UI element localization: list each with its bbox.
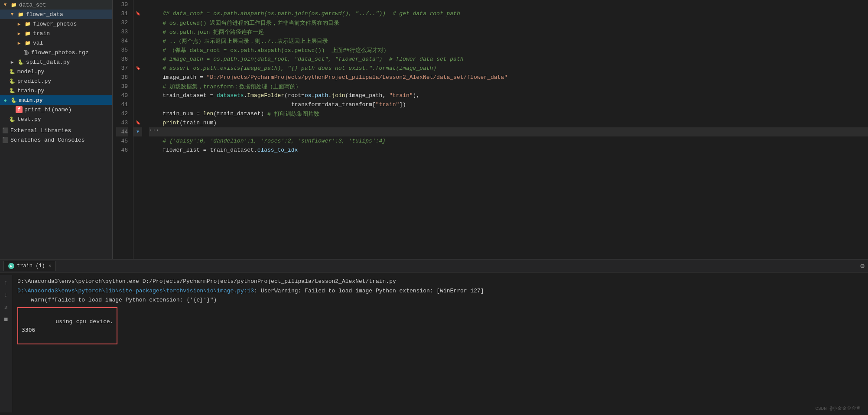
- sidebar-item-external-libs[interactable]: ⬛ External Libraries: [0, 126, 112, 135]
- console-actions: ↑ ↓ ⇄ ⏹: [0, 275, 12, 412]
- file-tree[interactable]: ▼ 📁 data_set ▼ 📁 flower_data ▶ 📁 flower_…: [0, 0, 113, 259]
- sidebar-item-split_data[interactable]: ▶ 🐍 split_data.py: [0, 57, 112, 67]
- console-line-highlighted: using cpu device.3306: [17, 307, 863, 345]
- code-editor: 30 31 32 33 34 35 36 37 38 39 40 41 42 4…: [113, 0, 868, 259]
- python-file-icon: 🐍: [9, 87, 16, 94]
- folder-icon: 📁: [24, 30, 31, 37]
- scratches-icon: ⬛: [2, 136, 9, 143]
- console-output: ↑ ↓ ⇄ ⏹ D:\Anaconda3\envs\pytorch\python…: [0, 272, 868, 415]
- console-link[interactable]: D:\Anaconda3\envs\pytorch\lib\site-packa…: [17, 287, 254, 295]
- sidebar-item-val[interactable]: ▶ 📁 val: [0, 38, 112, 48]
- active-indicator: ◆: [2, 97, 9, 104]
- code-line-34: # ..（两个点）表示返回上层目录，则../..表示返回上上层目录: [149, 36, 868, 45]
- code-line-46: flower_list = train_dataset.class_to_idx: [149, 146, 868, 155]
- code-line-42: train_num = len(train_dataset) # 打印训练集图片…: [149, 109, 868, 118]
- sidebar-item-train[interactable]: ▶ 📁 train: [0, 29, 112, 38]
- code-line-38: image_path = "D:/Projects/PycharmProject…: [149, 73, 868, 82]
- python-file-icon: 🐍: [9, 78, 16, 84]
- rerun-button[interactable]: ⇄: [2, 303, 10, 311]
- spacer: [2, 78, 7, 84]
- stop-button[interactable]: ⏹: [2, 315, 10, 324]
- sidebar-item-data_set[interactable]: ▼ 📁 data_set: [0, 0, 112, 10]
- sidebar-item-label: Scratches and Consoles: [10, 137, 85, 143]
- console-line-2: D:\Anaconda3\envs\pytorch\lib\site-packa…: [17, 286, 863, 296]
- external-libs-icon: ⬛: [2, 127, 9, 134]
- sidebar-item-label: train.py: [17, 88, 44, 94]
- run-tab[interactable]: ▶ train (1) ×: [3, 261, 56, 271]
- code-line-44: ''': [149, 127, 868, 136]
- sidebar-item-label: flower_photos: [33, 21, 77, 27]
- chevron-down-icon: ▼: [9, 11, 16, 18]
- scroll-down-button[interactable]: ↓: [2, 291, 10, 299]
- code-line-32: # os.getcwd() 返回当前进程的工作目录，并非当前文件所在的目录: [149, 18, 868, 27]
- spacer: [2, 68, 7, 75]
- sidebar-item-label: val: [33, 40, 43, 46]
- code-lines: ## data_root = os.path.abspath(os.path.j…: [142, 0, 868, 259]
- sidebar-item-test[interactable]: 🐍 test.py: [0, 114, 112, 124]
- sidebar-item-label: flower_photos.tgz: [31, 49, 89, 56]
- sidebar-item-main[interactable]: ◆ 🐍 main.py: [0, 95, 112, 105]
- code-line-30: [149, 0, 868, 9]
- code-line-40: train_dataset = datasets.ImageFolder(roo…: [149, 91, 868, 100]
- tab-label: train (1): [17, 263, 45, 269]
- code-line-43: print(train_num): [149, 118, 868, 127]
- python-file-icon: 🐍: [9, 116, 16, 123]
- sidebar-item-label: split_data.py: [26, 59, 70, 65]
- bottom-panel: ▶ train (1) × ⚙ ↑ ↓ ⇄ ⏹ D:\Anaconda3\env…: [0, 259, 868, 415]
- sidebar-item-flower_photos_tgz[interactable]: 🗜 flower_photos.tgz: [0, 48, 112, 57]
- chevron-right-icon: ▶: [16, 39, 23, 46]
- code-line-41: transform=data_transform["train"]): [149, 100, 868, 109]
- sidebar-item-label: flower_data: [26, 11, 63, 18]
- archive-icon: [16, 49, 21, 56]
- sidebar-item-label: main.py: [19, 97, 43, 104]
- spacer: [2, 87, 7, 94]
- console-text-area: D:\Anaconda3\envs\pytorch\python.exe D:/…: [12, 275, 868, 412]
- sidebar-item-predict[interactable]: 🐍 predict.py: [0, 76, 112, 86]
- file-icon: 🗜: [23, 49, 29, 56]
- sidebar-item-train-py[interactable]: 🐍 train.py: [0, 86, 112, 95]
- spacer: [9, 106, 14, 113]
- function-icon: f: [16, 106, 23, 113]
- run-tab-icon: ▶: [8, 263, 14, 269]
- sidebar-item-flower_data[interactable]: ▼ 📁 flower_data: [0, 10, 112, 19]
- code-line-45: # {'daisy':0, 'dandelion':1, 'roses':2, …: [149, 136, 868, 146]
- sidebar-item-label: External Libraries: [10, 127, 71, 134]
- python-file-icon: 🐍: [9, 68, 16, 75]
- folder-icon: 📁: [24, 20, 31, 27]
- gutter: 🔖 🔖 🔖 ▼: [133, 0, 142, 259]
- sidebar-item-print_hi[interactable]: f print_hi(name): [0, 105, 112, 114]
- folder-icon: 📁: [24, 39, 31, 46]
- sidebar-item-label: data_set: [19, 2, 46, 8]
- folder-icon: 📁: [10, 1, 17, 8]
- sidebar-item-label: test.py: [17, 116, 41, 123]
- console-line-3: warn(f"Failed to load image Python exten…: [17, 295, 863, 305]
- code-line-31: ## data_root = os.path.abspath(os.path.j…: [149, 9, 868, 18]
- sidebar-item-label: model.py: [17, 68, 44, 75]
- spacer: [2, 116, 7, 123]
- tab-close-button[interactable]: ×: [49, 263, 52, 269]
- code-line-39: # 加载数据集，transform：数据预处理（上面写的）: [149, 82, 868, 91]
- console-line-1: D:\Anaconda3\envs\pytorch\python.exe D:/…: [17, 277, 863, 286]
- chevron-right-icon: ▶: [9, 58, 16, 65]
- highlighted-output: using cpu device.3306: [17, 307, 117, 344]
- sidebar-item-label: predict.py: [17, 78, 51, 84]
- chevron-right-icon: ▶: [16, 30, 23, 37]
- code-line-36: # image_path = os.path.join(data_root, "…: [149, 55, 868, 64]
- chevron-down-icon: ▼: [2, 1, 9, 8]
- chevron-right-icon: ▶: [16, 20, 23, 27]
- sidebar-item-model[interactable]: 🐍 model.py: [0, 67, 112, 76]
- line-numbers: 30 31 32 33 34 35 36 37 38 39 40 41 42 4…: [113, 0, 133, 259]
- sidebar-item-label: print_hi(name): [24, 107, 72, 113]
- scroll-up-button[interactable]: ↑: [2, 279, 10, 287]
- watermark: CSDN @小金金金金鱼: [815, 405, 861, 412]
- code-line-35: # （弹幕 data_root = os.path.abspath(os.get…: [149, 45, 868, 55]
- code-line-37: # assert os.path.exists(image_path), "{}…: [149, 64, 868, 73]
- sidebar-item-flower_photos[interactable]: ▶ 📁 flower_photos: [0, 19, 112, 29]
- code-line-33: # os.path.join 把两个路径连在一起: [149, 27, 868, 36]
- sidebar-item-scratches[interactable]: ⬛ Scratches and Consoles: [0, 135, 112, 145]
- tab-bar: ▶ train (1) × ⚙: [0, 259, 868, 272]
- settings-gear-icon[interactable]: ⚙: [860, 262, 865, 270]
- python-file-icon: 🐍: [10, 97, 17, 104]
- folder-icon: 📁: [17, 11, 24, 18]
- sidebar-item-label: train: [33, 30, 50, 37]
